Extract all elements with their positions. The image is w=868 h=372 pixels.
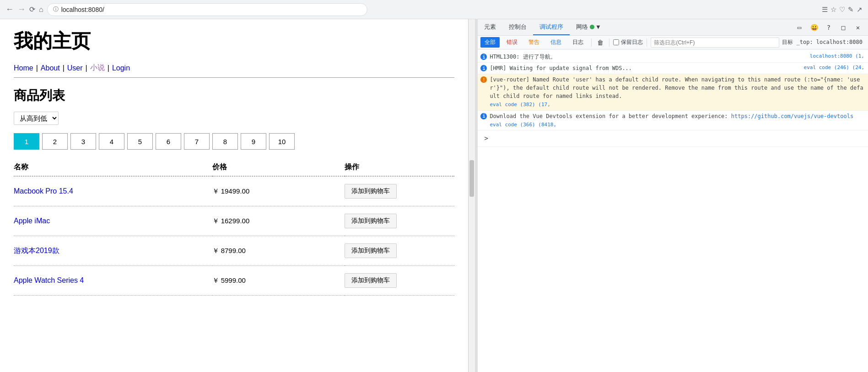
preserve-log-label: 保留日志 [613, 38, 643, 46]
add-to-cart-btn-2[interactable]: 添加到购物车 [345, 214, 397, 228]
page-btn-8[interactable]: 8 [212, 133, 238, 150]
table-row: Apple Watch Series 4 ￥ 5999.00 添加到购物车 [14, 266, 454, 296]
console-msg-4: i Download the Vue Devtools extension fo… [478, 111, 868, 131]
nav-sep-2: | [63, 64, 65, 72]
devtools-tab-console[interactable]: 控制台 [502, 19, 533, 35]
reload-button[interactable]: ⟳ [29, 5, 35, 14]
network-dropdown-icon[interactable]: ▼ [596, 23, 600, 30]
nav-sep-3: | [86, 64, 87, 72]
page-btn-3[interactable]: 3 [70, 133, 96, 150]
devtools-tab-debugger[interactable]: 调试程序 [533, 19, 570, 35]
page-btn-2[interactable]: 2 [42, 133, 68, 150]
nav-sep-4: | [108, 64, 109, 72]
back-button[interactable]: ← [5, 5, 14, 14]
table-row: 游戏本2019款 ￥ 8799.00 添加到购物车 [14, 236, 454, 266]
console-expand-row: > [478, 130, 868, 147]
product-link-4[interactable]: Apple Watch Series 4 [14, 276, 84, 284]
console-filter-warning[interactable]: 警告 [524, 37, 544, 48]
nav-novel[interactable]: 小说 [90, 63, 105, 73]
pen-icon[interactable]: ✎ [848, 5, 854, 14]
share-icon[interactable]: ↗ [857, 5, 863, 14]
nav-user[interactable]: User [67, 64, 83, 72]
nav-home[interactable]: Home [14, 64, 33, 72]
page-btn-6[interactable]: 6 [156, 133, 181, 150]
forward-button[interactable]: → [17, 5, 26, 14]
page-btn-10[interactable]: 10 [269, 133, 295, 150]
devtools-tab-bar: 元素 控制台 调试程序 网络 ▼ ▭ 😀 ? □ ✕ [478, 19, 868, 36]
home-button[interactable]: ⌂ [39, 5, 43, 14]
nav-login[interactable]: Login [112, 64, 130, 72]
console-toolbar: 全部 错误 警告 信息 日志 🗑 保留日志 目标 _top: localhost… [478, 36, 868, 49]
product-price-3: ￥ 8799.00 [212, 236, 345, 266]
nav-divider [14, 77, 454, 78]
console-filter-input[interactable] [651, 38, 779, 48]
console-msg-2-source[interactable]: eval code (246) (24, [804, 64, 864, 72]
product-action-2: 添加到购物车 [345, 206, 455, 236]
preserve-log-text: 保留日志 [621, 38, 643, 46]
main-scrollbar[interactable] [469, 19, 475, 372]
console-toolbar-divider [591, 38, 592, 47]
console-toolbar-divider-2 [609, 38, 609, 47]
product-link-1[interactable]: Macbook Pro 15.4 [14, 187, 73, 195]
table-row: Apple iMac ￥ 16299.00 添加到购物车 [14, 206, 454, 236]
console-msg-1-source[interactable]: localhost:8080 (1, [810, 53, 864, 60]
console-msg-3-icon: ! [480, 76, 487, 83]
scrollbar-thumb[interactable] [469, 160, 474, 197]
devtools-icon-row: ▭ 😀 ? □ ✕ [793, 21, 868, 34]
add-to-cart-btn-1[interactable]: 添加到购物车 [345, 184, 397, 199]
console-clear-icon[interactable]: 🗑 [595, 38, 605, 47]
console-msg-4-icon: i [480, 113, 487, 119]
product-action-1: 添加到购物车 [345, 176, 455, 206]
page-btn-9[interactable]: 9 [241, 133, 266, 150]
col-header-action: 操作 [345, 159, 455, 176]
preserve-log-checkbox[interactable] [613, 39, 619, 45]
console-msg-4-body: Download the Vue Devtools extension for … [490, 112, 864, 129]
add-to-cart-btn-4[interactable]: 添加到购物车 [345, 273, 397, 288]
devtools-emoji-icon[interactable]: 😀 [808, 21, 820, 34]
console-msg-2-icon: i [480, 65, 487, 71]
add-to-cart-btn-3[interactable]: 添加到购物车 [345, 243, 397, 258]
console-msg-3: ! [vue-router] Named Route 'user' has a … [478, 74, 868, 111]
product-link-3[interactable]: 游戏本2019款 [14, 247, 59, 254]
product-name-1: Macbook Pro 15.4 [14, 176, 212, 206]
devtools-dock-icon[interactable]: ▭ [793, 21, 806, 34]
devtools-undock-icon[interactable]: □ [837, 21, 850, 34]
favorites-icon[interactable]: ♡ [839, 5, 845, 14]
product-link-2[interactable]: Apple iMac [14, 217, 50, 225]
devtools-tab-elements[interactable]: 元素 [478, 19, 502, 35]
console-toolbar-divider-3 [647, 38, 647, 47]
console-filter-error[interactable]: 错误 [502, 37, 522, 48]
console-msg-2: i [HMR] Waiting for update signal from W… [478, 63, 868, 74]
console-filter-log[interactable]: 日志 [568, 37, 588, 48]
console-msg-2-body: [HMR] Waiting for update signal from WDS… [490, 64, 801, 72]
product-price-1: ￥ 19499.00 [212, 176, 345, 206]
console-msg-3-source[interactable]: eval code (382) (17, [490, 102, 550, 108]
bookmark-list-icon[interactable]: ☰ [822, 5, 828, 14]
page-title: 我的主页 [14, 28, 454, 54]
page-btn-5[interactable]: 5 [127, 133, 153, 150]
nav-about[interactable]: About [41, 64, 60, 72]
table-row: Macbook Pro 15.4 ￥ 19499.00 添加到购物车 [14, 176, 454, 206]
url-bar[interactable]: localhost:8080/ [61, 6, 104, 13]
devtools-tab-network[interactable]: 网络 ▼ [570, 19, 606, 35]
console-msg-4-source[interactable]: eval code (366) (8418, [490, 122, 556, 128]
product-name-3: 游戏本2019款 [14, 236, 212, 266]
pagination: 1 2 3 4 5 6 7 8 9 10 [14, 133, 454, 150]
nav-links: Home | About | User | 小说 | Login [14, 63, 454, 73]
vue-devtools-link[interactable]: https://github.com/vuejs/vue-devtools [731, 113, 853, 119]
page-btn-7[interactable]: 7 [184, 133, 210, 150]
product-action-3: 添加到购物车 [345, 236, 455, 266]
sort-select[interactable]: 从高到低 从低到高 [14, 112, 59, 125]
devtools-close-icon[interactable]: ✕ [852, 21, 864, 34]
console-expand-btn[interactable]: > [480, 132, 491, 145]
product-table: 名称 价格 操作 Macbook Pro 15.4 ￥ 19499.00 添加到… [14, 159, 454, 296]
console-filter-all[interactable]: 全部 [480, 37, 500, 48]
devtools-panel: 元素 控制台 调试程序 网络 ▼ ▭ 😀 ? □ ✕ 全部 [478, 19, 868, 372]
col-header-price: 价格 [212, 159, 345, 176]
page-btn-4[interactable]: 4 [99, 133, 124, 150]
console-filter-info[interactable]: 信息 [546, 37, 566, 48]
sort-dropdown-container: 从高到低 从低到高 [14, 112, 454, 125]
star-icon[interactable]: ☆ [830, 5, 836, 14]
devtools-help-icon[interactable]: ? [822, 21, 835, 34]
page-btn-1[interactable]: 1 [14, 133, 39, 150]
